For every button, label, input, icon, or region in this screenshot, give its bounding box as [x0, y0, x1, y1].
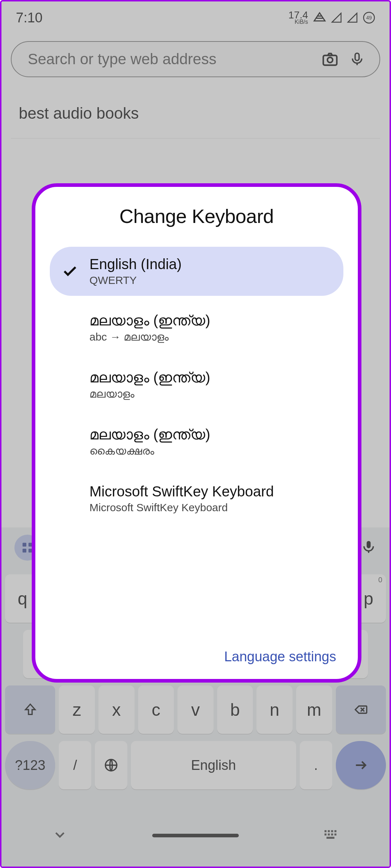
key-z[interactable]: z	[59, 685, 95, 734]
period-key[interactable]: .	[300, 741, 332, 789]
key-v[interactable]: v	[177, 685, 214, 734]
key-n[interactable]: n	[256, 685, 293, 734]
svg-rect-19	[326, 837, 334, 839]
keyboard-option-name: മലയാളം (ഇന്ത്യ)	[89, 369, 210, 386]
check-icon	[60, 263, 80, 280]
status-time: 7:10	[16, 10, 43, 26]
language-settings-link[interactable]: Language settings	[35, 642, 358, 665]
keyboard-option-sub: abc → മലയാളം	[89, 331, 210, 343]
change-keyboard-dialog: Change Keyboard English (India) QWERTY മ…	[32, 183, 361, 683]
camera-icon[interactable]	[321, 50, 339, 68]
keyboard-option-english[interactable]: English (India) QWERTY	[50, 247, 343, 296]
svg-rect-9	[367, 541, 371, 548]
key-b[interactable]: b	[217, 685, 253, 734]
keyboard-option-name: Microsoft SwiftKey Keyboard	[89, 483, 274, 500]
svg-rect-5	[23, 543, 27, 547]
backspace-key[interactable]	[336, 685, 386, 734]
battery-icon: 49	[363, 12, 375, 24]
nav-bar	[1, 807, 390, 864]
svg-rect-11	[325, 830, 327, 832]
shift-key[interactable]	[5, 685, 55, 734]
svg-rect-13	[331, 830, 333, 832]
signal-icon-2	[347, 12, 358, 23]
address-placeholder: Search or type web address	[28, 51, 311, 68]
key-m[interactable]: m	[296, 685, 332, 734]
keyboard-option-sub: കൈയക്ഷരം	[89, 445, 210, 457]
status-bar: 7:10 17.4 KiB/s 49	[1, 1, 390, 34]
keyboard-option-sub: QWERTY	[89, 274, 182, 286]
svg-rect-15	[325, 833, 327, 836]
svg-rect-14	[334, 830, 337, 832]
status-right: 17.4 KiB/s 49	[289, 11, 375, 24]
keyboard-option-name: English (India)	[89, 256, 182, 272]
network-speed: 17.4 KiB/s	[289, 11, 308, 24]
enter-key[interactable]	[336, 741, 386, 789]
svg-rect-17	[331, 833, 333, 836]
keyboard-list: English (India) QWERTY മലയാളം (ഇന്ത്യ) a…	[35, 247, 358, 642]
globe-key[interactable]	[95, 741, 127, 789]
search-suggestion[interactable]: best audio books	[11, 104, 380, 139]
symbols-key[interactable]: ?123	[5, 741, 55, 789]
svg-rect-16	[328, 833, 330, 836]
key-x[interactable]: x	[98, 685, 135, 734]
svg-rect-12	[328, 830, 330, 832]
svg-point-3	[328, 57, 333, 63]
keyboard-option-malayalam-translit[interactable]: മലയാളം (ഇന്ത്യ) abc → മലയാളം	[50, 303, 343, 353]
key-c[interactable]: c	[138, 685, 174, 734]
svg-rect-7	[23, 549, 27, 553]
keyboard-option-sub: മലയാളം	[89, 388, 210, 400]
mic-icon[interactable]	[349, 50, 365, 68]
keyboard-option-name: മലയാളം (ഇന്ത്യ)	[89, 426, 210, 443]
keyboard-row-4: ?123 / English .	[5, 741, 386, 789]
svg-rect-18	[334, 833, 337, 836]
svg-text:49: 49	[366, 15, 372, 21]
keyboard-switch-icon[interactable]	[323, 828, 339, 843]
nav-down-icon[interactable]	[52, 827, 68, 844]
address-bar[interactable]: Search or type web address	[11, 41, 380, 77]
keyboard-option-swiftkey[interactable]: Microsoft SwiftKey Keyboard Microsoft Sw…	[50, 474, 343, 523]
keyboard-option-sub: Microsoft SwiftKey Keyboard	[89, 501, 274, 514]
dialog-title: Change Keyboard	[35, 205, 358, 227]
address-area: Search or type web address best audio bo…	[11, 41, 380, 139]
keyboard-option-name: മലയാളം (ഇന്ത്യ)	[89, 312, 210, 329]
signal-icon	[331, 12, 342, 23]
svg-rect-4	[355, 53, 359, 61]
keyboard-option-malayalam-native[interactable]: മലയാളം (ഇന്ത്യ) മലയാളം	[50, 360, 343, 410]
keyboard-option-malayalam-handwriting[interactable]: മലയാളം (ഇന്ത്യ) കൈയക്ഷരം	[50, 417, 343, 467]
home-pill[interactable]	[152, 834, 239, 837]
slash-key[interactable]: /	[59, 741, 91, 789]
keyboard-mic-icon[interactable]	[361, 538, 377, 557]
space-key[interactable]: English	[131, 741, 296, 789]
wifi-icon	[313, 11, 326, 24]
keyboard-row-3: z x c v b n m	[5, 685, 386, 734]
